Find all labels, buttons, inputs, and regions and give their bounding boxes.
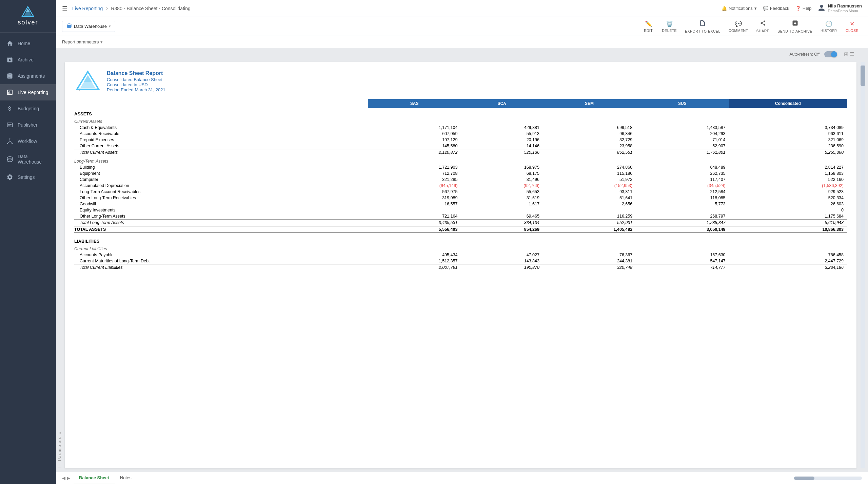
help-button[interactable]: ❓ Help [795,6,812,11]
feedback-icon: 💬 [763,6,768,11]
report-title-block: Balance Sheet Report Consolidated Balanc… [107,70,165,92]
liabilities-header: LIABILITIES [74,233,847,245]
notifications-button[interactable]: 🔔 Notifications ▾ [722,6,757,11]
col-header-consolidated: Consolidated [729,99,847,108]
delete-icon: 🗑️ [666,20,673,27]
sidebar-item-assignments[interactable]: Assignments [0,68,56,84]
report-subtitle3: Period Ended March 31, 2021 [107,87,165,92]
solver-report-logo: solver [74,70,101,91]
delete-button[interactable]: 🗑️ DELETE [658,18,680,35]
share-button[interactable]: SHARE [753,18,773,35]
archive-send-icon [792,20,798,28]
report-main: Parameters » solver [56,59,868,472]
edit-button[interactable]: ✏️ EDIT [639,18,657,35]
table-row: Long-Term Account Receivables 567,975 55… [74,189,847,195]
sidebar-item-publisher[interactable]: Publisher [0,117,56,133]
edit-label: EDIT [644,29,653,33]
close-icon: ✕ [850,20,854,27]
top-header: ☰ Live Reporting > R380 - Balance Sheet … [56,0,868,17]
sidebar-item-home[interactable]: Home [0,35,56,52]
table-row: Equity Investments 0 [74,207,847,213]
total-assets-row: TOTAL ASSETS 5,556,403 854,269 1,405,482… [74,226,847,233]
report-logo: solver [74,70,101,92]
table-row: Other Current Assets 145,580 14,146 23,9… [74,143,847,149]
horizontal-scroll-area [137,477,862,480]
col-header-sus: SUS [636,99,729,108]
grid-view-icon[interactable]: ⊞ [844,51,848,57]
comment-button[interactable]: 💬 COMMENT [725,18,752,35]
user-sub: DemoDemо Mанu [828,9,862,13]
history-button[interactable]: 🕐 HISTORY [817,18,841,35]
next-sheet-icon[interactable]: ▶ [67,476,70,481]
sidebar-item-archive[interactable]: Archive [0,52,56,68]
parameters-vertical-label: Parameters [57,436,62,461]
sidebar-item-settings-label: Settings [18,174,35,180]
report-scroll[interactable]: solver Balance Sheet Report Consolidated… [63,59,868,472]
sheet-nav-arrows[interactable]: ◀ ▶ [62,476,70,481]
table-row: Current Maturities of Long-Term Debt 1,5… [74,258,847,264]
logo-area: solver [0,0,56,33]
breadcrumb-home[interactable]: Live Reporting [72,6,103,11]
current-liabilities-label: Current Liabilities [74,245,368,252]
data-warehouse-selector[interactable]: Data Warehouse ▾ [62,21,115,32]
dw-label: Data Warehouse [74,24,107,29]
toggle-knob [831,51,837,57]
sidebar-item-data-warehouse[interactable]: Data Warehouse [0,149,56,169]
archive-label: SEND TO ARCHIVE [777,29,812,33]
share-icon [760,20,766,28]
sheet-tab-balance-sheet[interactable]: Balance Sheet [74,472,115,484]
subsection-current-assets: Current Assets [74,118,847,125]
report-subtitle1: Consolidated Balance Sheet [107,77,165,82]
app-name: solver [18,19,38,26]
report-header: solver Balance Sheet Report Consolidated… [74,70,847,92]
breadcrumb-current: R380 - Balance Sheet - Consolidating [111,6,190,11]
subsection-long-term-assets: Long-Term Assets [74,155,847,164]
auto-refresh-bar: Auto-refresh: Off ⊞ ☰ [56,48,868,59]
sidebar-item-home-label: Home [18,41,30,46]
feedback-button[interactable]: 💬 Feedback [763,6,789,11]
send-to-archive-button[interactable]: SEND TO ARCHIVE [774,18,816,35]
report-params-button[interactable]: Report parameters ▾ [62,39,103,44]
hamburger-button[interactable]: ☰ [62,5,67,12]
auto-refresh-toggle[interactable] [824,51,837,57]
comment-label: COMMENT [729,29,748,33]
report-subtitle2: Consolidated in USD [107,82,165,87]
home-icon [6,40,14,47]
sidebar-item-budgeting[interactable]: Budgeting [0,100,56,117]
col-header-sca: SCA [461,99,543,108]
horizontal-scrollbar[interactable] [794,477,862,480]
close-label: CLOSE [846,29,859,33]
table-row: Other Long-Term Receivables 319,089 31,5… [74,195,847,201]
list-view-icon[interactable]: ☰ [850,51,854,57]
live-reporting-icon [6,89,14,96]
dw-chevron-icon: ▾ [109,24,111,29]
export-to-excel-button[interactable]: EXPORT TO EXCEL [682,18,724,35]
user-name: Nils Rasmussen [828,3,862,9]
table-row: Other Long-Term Assets 721,164 69,465 11… [74,213,847,220]
table-row: Accumulated Depreciation (945,149) (92,7… [74,183,847,189]
export-label: EXPORT TO EXCEL [685,29,721,33]
prev-sheet-icon[interactable]: ◀ [62,476,65,481]
workflow-icon [6,137,14,145]
logo-icon [20,6,35,18]
hscroll-thumb[interactable] [794,477,814,480]
sidebar-item-settings[interactable]: Settings [0,169,56,185]
svg-point-3 [9,138,10,139]
params-chevron-icon: ▾ [100,39,103,44]
sidebar-item-workflow[interactable]: Workflow [0,133,56,149]
breadcrumb-sep: > [105,6,108,11]
sidebar-item-data-warehouse-label: Data Warehouse [18,154,50,165]
col-header-sem: SEM [543,99,636,108]
sidebar-item-live-reporting[interactable]: Live Reporting [0,84,56,100]
table-row: Accounts Payable 495,434 47,027 76,367 1… [74,252,847,258]
user-menu[interactable]: Nils Rasmussen DemoDemо Mанu [818,3,862,13]
help-icon: ❓ [795,6,801,11]
report-paper: solver Balance Sheet Report Consolidated… [65,62,856,468]
sheet-tab-notes[interactable]: Notes [115,472,137,484]
expand-icon[interactable]: » [57,431,62,434]
close-button[interactable]: ✕ CLOSE [842,18,862,35]
scrollbar-thumb[interactable] [861,66,865,86]
vertical-scrollbar[interactable] [861,62,865,468]
history-icon: 🕐 [825,20,832,27]
bottom-bar: ◀ ▶ Balance Sheet Notes [56,472,868,484]
